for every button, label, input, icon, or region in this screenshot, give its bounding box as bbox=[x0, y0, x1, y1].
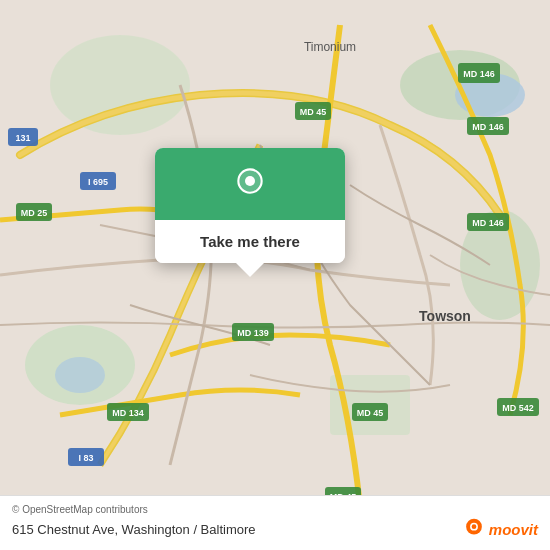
address-text: 615 Chestnut Ave, Washington / Baltimore bbox=[12, 522, 256, 537]
svg-text:MD 542: MD 542 bbox=[502, 403, 534, 413]
moovit-logo: moovit bbox=[463, 518, 538, 540]
moovit-pin-icon bbox=[463, 518, 485, 540]
address-row: 615 Chestnut Ave, Washington / Baltimore… bbox=[12, 518, 538, 540]
svg-text:Timonium: Timonium bbox=[304, 40, 356, 54]
svg-text:MD 25: MD 25 bbox=[21, 208, 48, 218]
svg-text:MD 45: MD 45 bbox=[300, 107, 327, 117]
svg-text:I 83: I 83 bbox=[78, 453, 93, 463]
copyright-text: © OpenStreetMap contributors bbox=[12, 504, 538, 515]
take-me-there-button[interactable]: Take me there bbox=[155, 220, 345, 263]
svg-text:131: 131 bbox=[15, 133, 30, 143]
svg-point-39 bbox=[471, 524, 476, 529]
svg-text:MD 139: MD 139 bbox=[237, 328, 269, 338]
footer-bar: © OpenStreetMap contributors 615 Chestnu… bbox=[0, 495, 550, 550]
popup-header bbox=[155, 148, 345, 220]
svg-text:MD 146: MD 146 bbox=[472, 218, 504, 228]
location-popup: Take me there bbox=[155, 148, 345, 263]
svg-text:MD 146: MD 146 bbox=[472, 122, 504, 132]
moovit-brand-text: moovit bbox=[489, 521, 538, 538]
svg-point-6 bbox=[55, 357, 105, 393]
map-container: MD 146 MD 45 I 695 MD 146 MD 25 MD 146 M… bbox=[0, 0, 550, 550]
svg-text:MD 45: MD 45 bbox=[357, 408, 384, 418]
map-roads: MD 146 MD 45 I 695 MD 146 MD 25 MD 146 M… bbox=[0, 0, 550, 550]
svg-text:Towson: Towson bbox=[419, 308, 471, 324]
svg-text:MD 146: MD 146 bbox=[463, 69, 495, 79]
svg-point-2 bbox=[50, 35, 190, 135]
svg-text:MD 134: MD 134 bbox=[112, 408, 144, 418]
location-pin-icon bbox=[230, 166, 270, 206]
svg-text:I 695: I 695 bbox=[88, 177, 108, 187]
